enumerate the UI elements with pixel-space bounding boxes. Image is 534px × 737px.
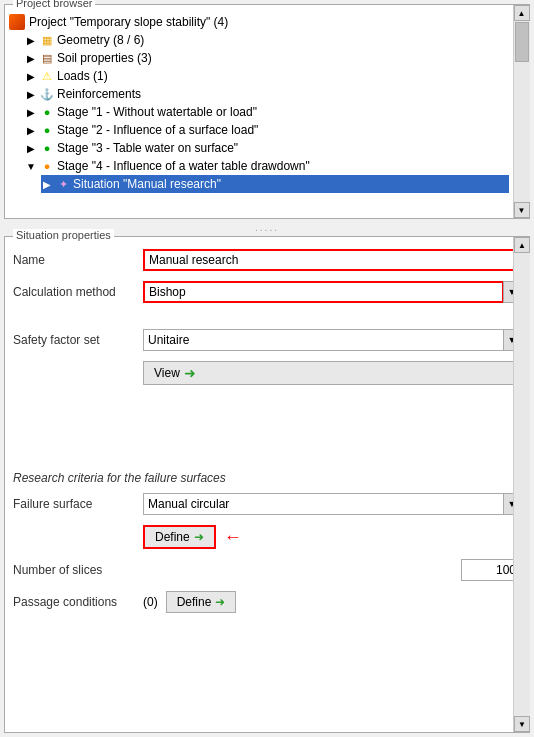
situation-props-scrollbar[interactable]: ▲ ▼ xyxy=(513,237,529,732)
tree-project-root[interactable]: Project "Temporary slope stability" (4) xyxy=(9,13,509,31)
tree-item-situation[interactable]: ▶ ✦ Situation "Manual research" xyxy=(41,175,509,193)
tree-item-stage4[interactable]: ▼ ● Stage "4 - Influence of a water tabl… xyxy=(25,157,509,175)
safety-factor-label: Safety factor set xyxy=(13,333,143,347)
scroll-thumb[interactable] xyxy=(515,22,529,62)
tree-container: Project "Temporary slope stability" (4) … xyxy=(5,5,529,218)
calc-method-input[interactable] xyxy=(143,281,504,303)
situation-label: Situation "Manual research" xyxy=(73,177,221,191)
project-browser-scrollbar[interactable]: ▲ ▼ xyxy=(513,5,529,218)
stage1-icon: ● xyxy=(39,104,55,120)
expander-stage1: ▶ xyxy=(25,106,37,118)
scroll-up-btn[interactable]: ▲ xyxy=(514,5,530,21)
expander-soil: ▶ xyxy=(25,52,37,64)
expander-geometry: ▶ xyxy=(25,34,37,46)
passage-define-button[interactable]: Define ➜ xyxy=(166,591,237,613)
passage-define-arrow-icon: ➜ xyxy=(215,595,225,609)
reinforcements-label: Reinforcements xyxy=(57,87,141,101)
define-btn-container: Define ➜ ← xyxy=(143,525,521,549)
scroll-track[interactable] xyxy=(514,21,530,202)
situation-props-panel: Situation properties Name Calculation me… xyxy=(4,236,530,733)
research-criteria-title: Research criteria for the failure surfac… xyxy=(13,471,521,485)
expander-loads: ▶ xyxy=(25,70,37,82)
expander-stage3: ▶ xyxy=(25,142,37,154)
soil-icon: ▤ xyxy=(39,50,55,66)
project-icon xyxy=(9,14,25,30)
props-scroll-track[interactable] xyxy=(514,253,530,716)
failure-surface-select-container: ▼ xyxy=(143,493,521,515)
situation-icon: ✦ xyxy=(55,176,71,192)
safety-factor-select-container: ▼ xyxy=(143,329,521,351)
spacer2 xyxy=(13,395,521,455)
num-slices-input[interactable] xyxy=(461,559,521,581)
name-label: Name xyxy=(13,253,143,267)
passage-conditions-prefix: (0) xyxy=(143,595,158,609)
stage3-icon: ● xyxy=(39,140,55,156)
calc-method-row: Calculation method ▼ xyxy=(13,281,521,303)
stage1-label: Stage "1 - Without watertable or load" xyxy=(57,105,257,119)
project-browser-title: Project browser xyxy=(13,0,95,9)
reinforcements-icon: ⚓ xyxy=(39,86,55,102)
passage-conditions-label: Passage conditions xyxy=(13,595,143,609)
expander-stage4: ▼ xyxy=(25,160,37,172)
expander-stage2: ▶ xyxy=(25,124,37,136)
stage3-label: Stage "3 - Table water on surface" xyxy=(57,141,238,155)
calc-method-select-container: ▼ xyxy=(143,281,521,303)
stage4-label: Stage "4 - Influence of a water table dr… xyxy=(57,159,310,173)
view-button[interactable]: View ➜ xyxy=(143,361,521,385)
tree-item-stage3[interactable]: ▶ ● Stage "3 - Table water on surface" xyxy=(25,139,509,157)
tree-item-geometry[interactable]: ▶ ▦ Geometry (8 / 6) xyxy=(25,31,509,49)
stage2-icon: ● xyxy=(39,122,55,138)
scroll-down-btn[interactable]: ▼ xyxy=(514,202,530,218)
geometry-label: Geometry (8 / 6) xyxy=(57,33,144,47)
calc-method-label: Calculation method xyxy=(13,285,143,299)
safety-factor-row: Safety factor set ▼ xyxy=(13,329,521,351)
view-btn-label: View xyxy=(154,366,180,380)
geometry-icon: ▦ xyxy=(39,32,55,48)
project-browser-panel: Project browser Project "Temporary slope… xyxy=(4,4,530,219)
props-scroll-up[interactable]: ▲ xyxy=(514,237,530,253)
tree-item-stage1[interactable]: ▶ ● Stage "1 - Without watertable or loa… xyxy=(25,103,509,121)
props-container: Name Calculation method ▼ Safety factor … xyxy=(5,237,529,732)
view-arrow-icon: ➜ xyxy=(184,365,196,381)
tree-item-reinforcements[interactable]: ▶ ⚓ Reinforcements xyxy=(25,85,509,103)
num-slices-row: Number of slices xyxy=(13,559,521,581)
name-row: Name xyxy=(13,249,521,271)
tree-item-stage2[interactable]: ▶ ● Stage "2 - Influence of a surface lo… xyxy=(25,121,509,139)
props-scroll-down[interactable]: ▼ xyxy=(514,716,530,732)
failure-surface-label: Failure surface xyxy=(13,497,143,511)
situation-props-title: Situation properties xyxy=(13,229,114,241)
tree-item-soil[interactable]: ▶ ▤ Soil properties (3) xyxy=(25,49,509,67)
project-name: Project "Temporary slope stability" (4) xyxy=(29,15,228,29)
passage-conditions-row: Passage conditions (0) Define ➜ xyxy=(13,591,521,613)
loads-icon: ⚠ xyxy=(39,68,55,84)
name-input[interactable] xyxy=(143,249,521,271)
define-button[interactable]: Define ➜ xyxy=(143,525,216,549)
safety-factor-input[interactable] xyxy=(143,329,504,351)
stage2-label: Stage "2 - Influence of a surface load" xyxy=(57,123,258,137)
define-btn-label: Define xyxy=(155,530,190,544)
failure-surface-row: Failure surface ▼ xyxy=(13,493,521,515)
tree-item-loads[interactable]: ▶ ⚠ Loads (1) xyxy=(25,67,509,85)
red-arrow-indicator: ← xyxy=(224,527,242,548)
soil-label: Soil properties (3) xyxy=(57,51,152,65)
loads-label: Loads (1) xyxy=(57,69,108,83)
passage-define-label: Define xyxy=(177,595,212,609)
define-arrow-icon: ➜ xyxy=(194,530,204,544)
main-layout: Project browser Project "Temporary slope… xyxy=(0,0,534,737)
spacer1 xyxy=(13,313,521,329)
num-slices-label: Number of slices xyxy=(13,563,143,577)
failure-surface-input[interactable] xyxy=(143,493,504,515)
stage4-icon: ● xyxy=(39,158,55,174)
expander-reinf: ▶ xyxy=(25,88,37,100)
expander-situation: ▶ xyxy=(41,178,53,190)
